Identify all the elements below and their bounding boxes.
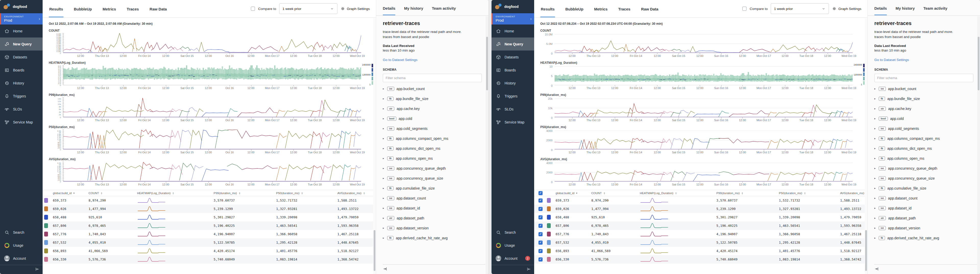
schema-field-row[interactable]: ▸intapp.dataset_version [874,223,974,233]
sidebar-item-boards[interactable]: Boards [492,64,534,76]
tab-my-history[interactable]: My history [404,1,423,15]
table-row[interactable]: 656,89341,066,5694,420.451741,401.457761… [534,247,867,255]
sidebar-item-slos[interactable]: SLOs [492,102,534,116]
table-row[interactable]: 659,0261,477,9945,239.12991,327.932811,4… [534,205,867,213]
tab-details[interactable]: Details [383,1,395,15]
tab-my-history[interactable]: My history [896,1,915,15]
chart-plot-area[interactable]: 240000012000001 [555,65,853,85]
collapse-sidebar-icon[interactable] [527,267,531,272]
sidebar-item-new-query[interactable]: New Query [0,38,43,51]
tab-team-activity[interactable]: Team activity [432,1,456,15]
details-scrollbar[interactable] [486,16,488,274]
column-header-global-build-id[interactable]: global.build_id▾ [51,191,87,195]
row-checkbox[interactable] [538,199,542,202]
row-checkbox[interactable] [538,257,542,261]
column-header-count[interactable]: COUNT▲▼ [87,191,135,195]
table-row[interactable]: 657,7761,740,8434,196.940071,366.960581,… [534,230,867,238]
schema-field-row[interactable]: ▸fltapp.columns_open_ms [874,153,974,163]
tab-team-activity[interactable]: Team activity [923,1,947,15]
schema-field-row[interactable]: ▸fltapp.derived_cache_hit_rate_avg [383,233,482,243]
table-row[interactable]: 656,3305,576,7365,740.680491,083.198141,… [534,255,867,264]
sidebar-item-history[interactable]: History [492,76,534,89]
table-row[interactable]: 657,8066,978,4655,196.402251,463.565411,… [534,221,867,230]
chart-plot-area[interactable] [555,162,853,182]
environment-switcher[interactable]: ENVIRONMENTProd› [0,13,43,24]
sidebar-item-history[interactable]: History [0,76,43,89]
schema-field-row[interactable]: ▸fltapp.columns_compact_open_ms [383,134,482,143]
column-header-p50-duration-ms-[interactable]: P50(duration_ms)▲▼ [275,191,336,195]
compare-to-checkbox[interactable] [742,6,746,11]
sidebar-item-home[interactable]: Home [0,24,43,38]
table-row[interactable]: 658,488925,6105,301.298271,339.200981,47… [43,213,376,221]
sidebar-item-datasets[interactable]: Datasets [0,51,43,64]
environment-switcher[interactable]: ENVIRONMENTProd› [492,13,534,24]
collapse-details-icon[interactable] [383,267,387,272]
sidebar-item-service-map[interactable]: Service Map [492,116,534,129]
schema-field-row[interactable]: ▸intapp.concurrency_queue_depth [874,163,974,173]
schema-field-row[interactable]: ▸strapp.cache.key [874,104,974,113]
tab-results[interactable]: Results [540,1,555,17]
schema-field-row[interactable]: ▸fltapp.cumulative_file_size [383,183,482,193]
schema-field-row[interactable]: ▸fltapp.columns_open_ms [383,153,482,163]
row-checkbox[interactable] [538,232,542,236]
graph-settings-button[interactable]: Graph Settings [832,6,861,11]
row-checkbox[interactable] [538,224,542,228]
schema-field-row[interactable]: ▸intapp.dataset_version [383,223,482,233]
column-header-avg-duration-ms-[interactable]: AVG(duration_ms)▲▼ [336,191,376,195]
tab-bubbleup[interactable]: BubbleUp [565,1,584,17]
schema-field-row[interactable]: ▸boolapp.cold [874,113,974,123]
sidebar-item-account[interactable]: Account2 [492,252,534,265]
schema-field-row[interactable]: ▸intapp.concurrency_queue_size [874,173,974,183]
table-row[interactable]: 657,5324,055,0105,122.507851,295.421281,… [534,238,867,247]
table-row[interactable]: 657,8066,978,4655,196.402251,463.565411,… [43,221,376,230]
schema-field-row[interactable]: ▸strapp.cache.key [383,104,482,113]
dataset-settings-link[interactable]: Go to Dataset Settings [874,58,974,62]
schema-field-row[interactable]: ▸boolapp.cold [383,113,482,123]
sidebar-item-search[interactable]: Search [0,226,43,239]
details-scrollbar[interactable] [977,16,980,274]
column-header-count[interactable]: COUNT▲▼ [590,191,638,195]
schema-field-row[interactable]: ▸fltapp.columns_dict_open_ms [874,143,974,153]
schema-field-row[interactable]: ▸intapp.concurrency_queue_size [383,173,482,183]
column-header-global-build-id[interactable]: global.build_id▾ [554,191,590,195]
chart-plot-area[interactable] [555,130,853,150]
column-header-p50-duration-ms-[interactable]: P50(duration_ms)▲▼ [777,191,838,195]
table-row[interactable]: 659,0261,477,9945,239.12991,327.932811,4… [43,205,376,213]
column-header-heatmap-log-duration-[interactable]: HEATMAP(Log_Duration)▲▼ [638,191,715,195]
sidebar-item-home[interactable]: Home [492,24,534,38]
sidebar-item-search[interactable]: Search [492,226,534,239]
schema-field-row[interactable]: ▸fltapp.bundle_file_size [383,94,482,104]
schema-field-row[interactable]: ▸strapp.dataset_path [383,213,482,223]
schema-filter-input[interactable] [383,74,482,82]
schema-field-row[interactable]: ▸fltapp.derived_cache_hit_rate_avg [874,233,974,243]
chart-plot-area[interactable] [63,97,361,117]
table-row[interactable]: 658,488925,6105,301.298271,339.200981,47… [534,213,867,221]
select-all-checkbox[interactable] [538,191,542,195]
compare-to-checkbox[interactable] [251,6,255,11]
schema-field-row[interactable]: ▸intapp.cold_segments [383,123,482,134]
schema-field-row[interactable]: ▸fltapp.cumulative_file_size [874,183,974,193]
dataset-settings-link[interactable]: Go to Dataset Settings [383,58,482,62]
collapse-details-icon[interactable] [874,267,879,272]
schema-field-row[interactable]: ▸intapp.bucket_count [874,84,974,94]
sidebar-item-account[interactable]: Account [0,252,43,265]
chart-plot-area[interactable] [63,130,361,150]
schema-field-row[interactable]: ▸intapp.concurrency_queue_depth [383,163,482,173]
sidebar-item-usage[interactable]: Usage [492,239,534,252]
tab-traces[interactable]: Traces [618,1,631,17]
schema-field-row[interactable]: ▸intapp.dataset_count [383,193,482,203]
main-scrollbar[interactable] [373,18,376,274]
collapse-sidebar-icon[interactable] [35,267,40,272]
row-checkbox[interactable] [538,249,542,253]
column-header-heatmap-log-duration-[interactable]: HEATMAP(Log_Duration)▲▼ [135,191,212,195]
schema-field-row[interactable]: ▸fltapp.columns_dict_open_ms [383,143,482,153]
sidebar-item-datasets[interactable]: Datasets [492,51,534,64]
table-row[interactable]: 659,3738,974,2903,570.607371,532.717321,… [43,196,376,205]
schema-field-row[interactable]: ▸intapp.cold_segments [874,123,974,134]
sidebar-item-usage[interactable]: Usage [0,239,43,252]
sidebar-item-service-map[interactable]: Service Map [0,116,43,129]
table-row[interactable]: 659,3738,974,2903,570.607371,532.717321,… [534,196,867,205]
schema-field-row[interactable]: ▸intapp.bucket_count [383,84,482,94]
column-header-p99-duration-ms-[interactable]: P99(duration_ms)▲▼ [715,191,777,195]
chart-plot-area[interactable] [555,33,853,53]
